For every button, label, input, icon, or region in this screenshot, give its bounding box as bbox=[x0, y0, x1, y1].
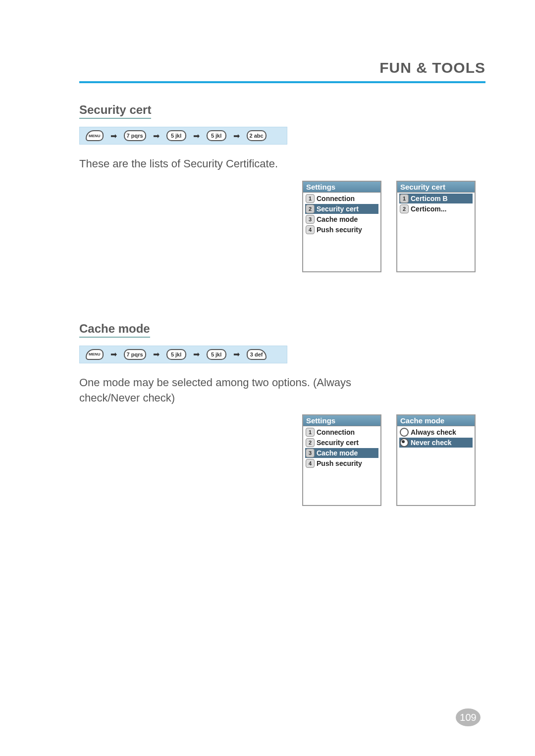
item-label: Security cert bbox=[317, 205, 359, 213]
page: FUN & TOOLS Security cert MENU ➡ 7 pqrs … bbox=[0, 0, 535, 756]
page-header: FUN & TOOLS bbox=[79, 59, 485, 83]
item-label: Push security bbox=[317, 459, 362, 467]
phone-header: Settings bbox=[303, 182, 380, 193]
key-sequence: MENU ➡ 7 pqrs ➡ 5 jkl ➡ 5 jkl ➡ 3 def bbox=[79, 346, 287, 363]
phone-screen-security-cert: Security cert 1 Certicom B 2 Certicom... bbox=[396, 181, 476, 272]
key-menu: MENU bbox=[86, 130, 104, 141]
phone-header: Cache mode bbox=[397, 415, 475, 426]
list-item[interactable]: 1 Certicom B bbox=[399, 194, 473, 203]
section-body: These are the lists of Security Certific… bbox=[79, 156, 386, 172]
arrow-icon: ➡ bbox=[233, 350, 240, 359]
phone-list: 1 Connection 2 Security cert 3 Cache mod… bbox=[303, 193, 380, 236]
arrow-icon: ➡ bbox=[110, 350, 117, 359]
item-label: Certicom... bbox=[411, 205, 446, 213]
screenshots-row: Settings 1 Connection 2 Security cert 3 … bbox=[79, 414, 485, 506]
phone-list: 1 Connection 2 Security cert 3 Cache mod… bbox=[303, 426, 380, 469]
item-label: Cache mode bbox=[317, 449, 358, 457]
item-label: Push security bbox=[317, 226, 362, 234]
item-label: Certicom B bbox=[411, 195, 448, 202]
radio-icon bbox=[400, 428, 409, 437]
phone-list: 1 Certicom B 2 Certicom... bbox=[397, 193, 475, 215]
item-number: 1 bbox=[400, 194, 409, 203]
item-label: Cache mode bbox=[317, 215, 358, 223]
radio-label: Never check bbox=[411, 439, 452, 447]
arrow-icon: ➡ bbox=[233, 131, 240, 141]
item-number: 2 bbox=[400, 204, 409, 213]
section-cache-mode: Cache mode MENU ➡ 7 pqrs ➡ 5 jkl ➡ 5 jkl… bbox=[79, 302, 485, 506]
item-number: 3 bbox=[306, 449, 315, 457]
key-2: 2 abc bbox=[247, 130, 267, 141]
list-item[interactable]: 4 Push security bbox=[305, 225, 378, 235]
radio-label: Always check bbox=[411, 428, 456, 436]
item-label: Connection bbox=[317, 428, 355, 436]
phone-list: Always check Never check bbox=[397, 426, 475, 449]
key-menu: MENU bbox=[86, 349, 104, 360]
arrow-icon: ➡ bbox=[193, 350, 200, 359]
arrow-icon: ➡ bbox=[153, 131, 160, 141]
radio-item[interactable]: Never check bbox=[399, 438, 473, 448]
list-item[interactable]: 3 Cache mode bbox=[305, 448, 378, 458]
item-number: 4 bbox=[306, 225, 315, 234]
phone-header: Settings bbox=[303, 415, 380, 426]
page-number: 109 bbox=[456, 708, 481, 726]
arrow-icon: ➡ bbox=[153, 350, 160, 359]
list-item[interactable]: 1 Connection bbox=[305, 194, 378, 203]
phone-screen-settings: Settings 1 Connection 2 Security cert 3 … bbox=[302, 414, 381, 506]
item-label: Connection bbox=[317, 195, 355, 202]
item-number: 2 bbox=[306, 204, 315, 213]
section-title: Cache mode bbox=[79, 322, 150, 338]
list-item[interactable]: 1 Connection bbox=[305, 427, 378, 437]
radio-icon bbox=[400, 438, 409, 447]
key-7: 7 pqrs bbox=[124, 349, 146, 360]
list-item[interactable]: 2 Security cert bbox=[305, 204, 378, 214]
key-5: 5 jkl bbox=[166, 349, 186, 360]
section-title: Security cert bbox=[79, 103, 151, 119]
key-5: 5 jkl bbox=[207, 349, 226, 360]
item-label: Security cert bbox=[317, 439, 359, 447]
list-item[interactable]: 2 Certicom... bbox=[399, 204, 473, 214]
phone-screen-cache-mode: Cache mode Always check Never check bbox=[396, 414, 476, 506]
arrow-icon: ➡ bbox=[193, 131, 200, 141]
item-number: 2 bbox=[306, 438, 315, 447]
arrow-icon: ➡ bbox=[110, 131, 117, 141]
item-number: 3 bbox=[306, 215, 315, 224]
key-5: 5 jkl bbox=[166, 130, 186, 141]
list-item[interactable]: 4 Push security bbox=[305, 458, 378, 468]
key-sequence: MENU ➡ 7 pqrs ➡ 5 jkl ➡ 5 jkl ➡ 2 abc bbox=[79, 127, 287, 145]
item-number: 1 bbox=[306, 194, 315, 203]
list-item[interactable]: 2 Security cert bbox=[305, 438, 378, 448]
radio-item[interactable]: Always check bbox=[399, 427, 473, 437]
screenshots-row: Settings 1 Connection 2 Security cert 3 … bbox=[79, 181, 485, 272]
phone-header: Security cert bbox=[397, 182, 475, 193]
phone-screen-settings: Settings 1 Connection 2 Security cert 3 … bbox=[302, 181, 381, 272]
list-item[interactable]: 3 Cache mode bbox=[305, 214, 378, 224]
item-number: 4 bbox=[306, 459, 315, 468]
key-3: 3 def bbox=[247, 349, 267, 360]
section-security-cert: Security cert MENU ➡ 7 pqrs ➡ 5 jkl ➡ 5 … bbox=[79, 83, 485, 272]
key-7: 7 pqrs bbox=[124, 130, 146, 141]
key-5: 5 jkl bbox=[207, 130, 226, 141]
section-body: One mode may be selected among two optio… bbox=[79, 375, 386, 406]
item-number: 1 bbox=[306, 428, 315, 437]
